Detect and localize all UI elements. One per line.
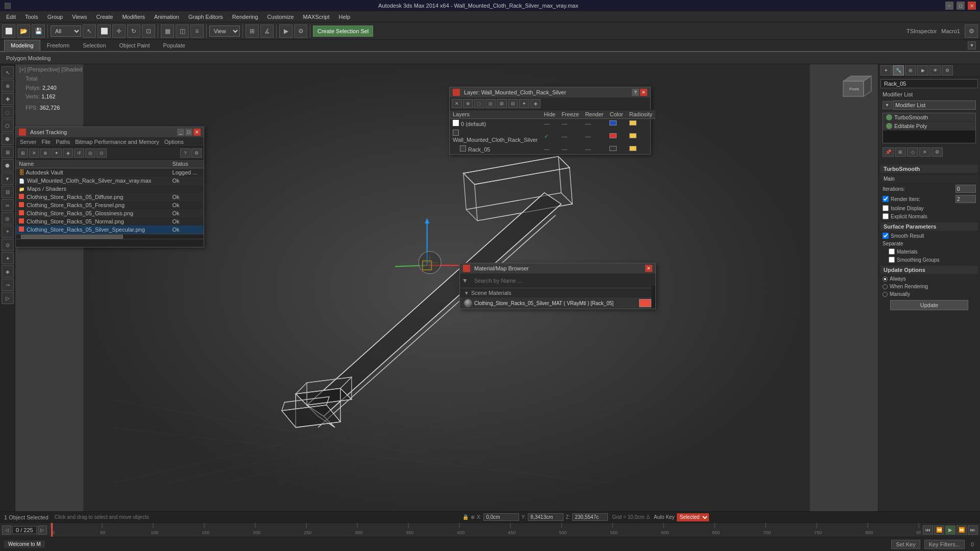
layer-row-wall-hide[interactable]: ✓ (541, 129, 559, 144)
layer-row-default-name[interactable]: 0 (default) (450, 119, 541, 129)
layer-row-default-freeze[interactable]: — (558, 119, 582, 129)
ribbon-tab-selection[interactable]: Selection (76, 40, 112, 51)
ribbon-expand-button[interactable]: ▼ (968, 41, 976, 49)
menu-tools[interactable]: Tools (21, 13, 42, 21)
render-iters-checkbox[interactable] (883, 196, 889, 202)
layer-row-rack-rad[interactable] (626, 144, 655, 154)
material-scrollbar[interactable] (651, 286, 655, 309)
layer-row-rack-hide[interactable]: — (541, 144, 559, 154)
layer-panel-header[interactable]: Layer: Wall_Mounted_Cloth_Rack_Silver ? … (450, 87, 650, 97)
select-region-button[interactable]: ⬜ (97, 24, 111, 38)
remove-modifier-button[interactable]: ✕ (919, 147, 930, 157)
asset-panel-minimize[interactable]: _ (177, 129, 184, 136)
mirror-button[interactable]: ◫ (176, 24, 189, 38)
prev-frame-button[interactable]: ⏪ (934, 525, 944, 535)
layer-col-hide[interactable]: Hide (541, 110, 559, 119)
snap-toggle[interactable]: ⊞ (246, 24, 259, 38)
create-selection-button[interactable]: Create Selection Sel (313, 26, 373, 37)
manually-radio[interactable] (883, 292, 888, 297)
menu-maxscript[interactable]: MAXScript (299, 13, 334, 21)
left-tool-5[interactable]: ⬡ (2, 119, 14, 132)
layer-row-default-rad[interactable] (626, 119, 655, 129)
asset-col-name[interactable]: Name (16, 160, 169, 168)
menu-group[interactable]: Group (43, 13, 67, 21)
make-unique-button[interactable]: ◇ (907, 147, 918, 157)
configure-button[interactable]: ⚙ (932, 147, 943, 157)
left-tool-16[interactable]: ◈ (2, 265, 14, 278)
layer-row-wall-freeze[interactable]: — (558, 129, 582, 144)
layer-tool-2[interactable]: ⊕ (463, 99, 473, 108)
asset-menu-paths[interactable]: Paths (55, 138, 71, 145)
select-button[interactable]: ↖ (83, 24, 96, 38)
material-item[interactable]: Clothing_Store_Racks_05_Silver_MAT ( VRa… (460, 297, 655, 309)
left-tool-4[interactable]: ◌ (2, 106, 14, 118)
left-tool-8[interactable]: ⬣ (2, 159, 14, 171)
layer-panel-close[interactable]: ✕ (640, 89, 647, 96)
layer-row-rack-name[interactable]: Rack_05 (450, 144, 541, 154)
always-radio[interactable] (883, 277, 888, 282)
layer-tool-5[interactable]: ⊞ (497, 99, 507, 108)
create-panel-icon[interactable]: ✦ (880, 65, 892, 76)
asset-col-status[interactable]: Status (169, 160, 204, 168)
update-button[interactable]: Update (890, 300, 968, 310)
tl-arrow-right[interactable]: ▷ (38, 525, 47, 535)
ribbon-tab-populate[interactable]: Populate (156, 40, 191, 51)
menu-customize[interactable]: Customize (263, 13, 298, 21)
goto-start-button[interactable]: ⏮ (923, 525, 933, 535)
material-search-input[interactable] (470, 274, 653, 287)
materials-checkbox[interactable] (889, 248, 895, 255)
asset-tool-config[interactable]: ⚙ (191, 148, 202, 158)
show-end-button[interactable]: ⊞ (895, 147, 906, 157)
asset-tool-help[interactable]: ? (180, 148, 190, 158)
layer-tool-3[interactable]: ◌ (474, 99, 484, 108)
asset-panel-close[interactable]: ✕ (193, 129, 201, 136)
menu-animation[interactable]: Animation (150, 13, 183, 21)
material-panel-close[interactable]: ✕ (645, 265, 652, 272)
asset-tool-3[interactable]: ⊕ (40, 148, 51, 158)
menu-edit[interactable]: Edit (2, 13, 20, 21)
ribbon-tab-object-paint[interactable]: Object Paint (113, 40, 157, 51)
ribbon-tab-modeling[interactable]: Modeling (4, 40, 40, 52)
menu-rendering[interactable]: Rendering (228, 13, 262, 21)
object-name-field[interactable]: Rack_05 (880, 79, 978, 88)
layer-tool-7[interactable]: ✦ (519, 99, 529, 108)
when-rendering-radio[interactable] (883, 284, 888, 289)
layer-col-render[interactable]: Render (582, 110, 606, 119)
scale-button[interactable]: ⊡ (142, 24, 155, 38)
modifier-dropdown-arrow[interactable]: ▼ (883, 101, 892, 109)
asset-tool-8[interactable]: ⊙ (96, 148, 107, 158)
layer-row-wall-rad[interactable] (626, 129, 655, 144)
menu-graph-editors[interactable]: Graph Editors (184, 13, 227, 21)
asset-tool-2[interactable]: ✕ (29, 148, 39, 158)
asset-tool-6[interactable]: ↺ (74, 148, 84, 158)
left-tool-11[interactable]: ∞ (2, 199, 14, 211)
asset-tool-5[interactable]: ◈ (63, 148, 73, 158)
isoline-checkbox[interactable] (883, 205, 889, 211)
layer-tool-4[interactable]: ◎ (485, 99, 496, 108)
left-tool-7[interactable]: ⊞ (2, 146, 14, 158)
left-tool-15[interactable]: ✦ (2, 252, 14, 264)
left-tool-1[interactable]: ↖ (2, 66, 14, 79)
asset-tracking-header[interactable]: Asset Tracking _ □ ✕ (16, 127, 204, 137)
ribbon-tab-freeform[interactable]: Freeform (40, 40, 77, 51)
menu-modifiers[interactable]: Modifiers (118, 13, 149, 21)
layer-tool-8[interactable]: ◈ (530, 99, 541, 108)
asset-tool-4[interactable]: ✦ (52, 148, 62, 158)
left-tool-2[interactable]: ⊕ (2, 80, 14, 92)
goto-end-button[interactable]: ⏭ (968, 525, 978, 535)
extra-tools-button[interactable]: ⚙ (965, 24, 978, 38)
utilities-icon[interactable]: ⚙ (942, 65, 953, 76)
layer-col-color[interactable]: Color (606, 110, 626, 119)
left-tool-10[interactable]: ⊟ (2, 186, 14, 198)
layer-row-default-render[interactable]: — (582, 119, 606, 129)
layer-tool-1[interactable]: ✕ (452, 99, 462, 108)
tl-arrow-left[interactable]: ◁ (2, 525, 11, 535)
layer-row-rack-freeze[interactable]: — (558, 144, 582, 154)
minimize-button[interactable]: − (945, 2, 953, 10)
table-row[interactable]: Clothing_Store_Racks_05_Silver_Specular.… (16, 226, 204, 234)
editable-poly-modifier[interactable]: Editable Poly (883, 122, 975, 131)
maximize-button[interactable]: □ (957, 2, 965, 10)
left-tool-17[interactable]: ⊸ (2, 279, 14, 291)
play-button[interactable]: ▶ (945, 525, 955, 535)
left-tool-13[interactable]: ⌖ (2, 226, 14, 238)
